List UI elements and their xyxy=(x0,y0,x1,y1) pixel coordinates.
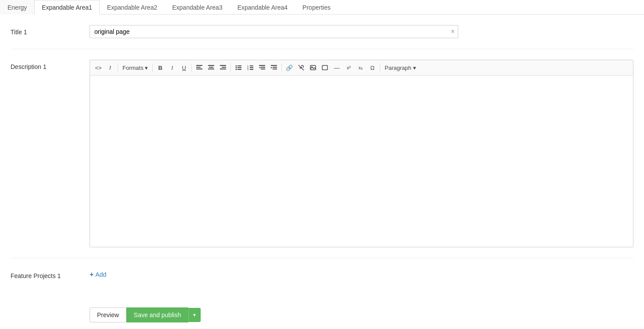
code-button[interactable]: <> xyxy=(93,62,104,73)
tab-properties[interactable]: Properties xyxy=(295,0,338,14)
svg-rect-22 xyxy=(261,67,265,68)
rich-text-editor: <> I Formats ▾ B I U xyxy=(90,60,633,247)
content-area: Title 1 × Description 1 <> I Formats ▾ xyxy=(0,14,644,329)
feature-projects-field: + Add xyxy=(90,269,633,278)
svg-rect-0 xyxy=(196,65,202,66)
special-chars-button[interactable]: Ω xyxy=(367,62,378,73)
tab-expandable-area1[interactable]: Expandable Area1 xyxy=(34,0,99,14)
svg-rect-6 xyxy=(220,65,226,66)
svg-marker-24 xyxy=(259,67,260,69)
superscript-button[interactable]: x² xyxy=(343,62,354,73)
description1-row: Description 1 <> I Formats ▾ B I xyxy=(11,60,633,258)
preview-button[interactable]: Preview xyxy=(90,307,126,322)
align-center-button[interactable] xyxy=(205,62,217,73)
ol-button[interactable]: 1.2.3. xyxy=(245,62,256,73)
svg-rect-7 xyxy=(222,67,226,68)
svg-rect-20 xyxy=(250,69,253,70)
editor-toolbar: <> I Formats ▾ B I U xyxy=(90,60,633,76)
svg-point-13 xyxy=(236,69,237,70)
svg-rect-26 xyxy=(273,67,277,68)
svg-rect-25 xyxy=(271,65,277,66)
description1-label: Description 1 xyxy=(11,60,90,70)
plus-icon: + xyxy=(90,271,94,278)
outdent-button[interactable] xyxy=(256,62,268,73)
svg-rect-32 xyxy=(322,65,327,70)
italic-i-button[interactable]: I xyxy=(104,62,116,73)
save-publish-caret-button[interactable]: ▾ xyxy=(188,308,201,322)
svg-rect-8 xyxy=(220,69,226,69)
title1-input-wrap: × xyxy=(90,25,458,38)
description1-field: <> I Formats ▾ B I U xyxy=(90,60,633,247)
svg-rect-18 xyxy=(250,67,253,68)
media-button[interactable] xyxy=(319,62,331,73)
svg-rect-5 xyxy=(208,69,214,69)
tab-expandable-area4[interactable]: Expandable Area4 xyxy=(230,0,295,14)
sep5 xyxy=(281,63,282,72)
title1-row: Title 1 × xyxy=(11,25,633,49)
sep1 xyxy=(118,63,118,72)
svg-rect-23 xyxy=(261,69,265,69)
tab-expandable-area3[interactable]: Expandable Area3 xyxy=(165,0,230,14)
svg-rect-3 xyxy=(208,65,214,66)
image-button[interactable] xyxy=(307,62,319,73)
hr-button[interactable]: — xyxy=(331,62,342,73)
indent-button[interactable] xyxy=(268,62,280,73)
svg-point-9 xyxy=(236,65,237,67)
align-left-button[interactable] xyxy=(194,62,205,73)
italic-button[interactable]: I xyxy=(166,62,178,73)
svg-point-11 xyxy=(236,67,237,69)
svg-rect-21 xyxy=(259,65,265,66)
sep6 xyxy=(380,63,380,72)
title1-label: Title 1 xyxy=(11,25,90,36)
ul-button[interactable] xyxy=(233,62,244,73)
svg-rect-4 xyxy=(209,67,213,68)
svg-rect-10 xyxy=(237,65,241,66)
add-label: Add xyxy=(95,271,106,278)
add-link[interactable]: + Add xyxy=(90,269,106,278)
formats-button[interactable]: Formats ▾ xyxy=(120,62,151,73)
feature-projects-label: Feature Projects 1 xyxy=(11,269,90,279)
unlink-button[interactable] xyxy=(295,62,307,73)
paragraph-button[interactable]: Paragraph ▾ xyxy=(382,62,418,73)
align-right-button[interactable] xyxy=(217,62,229,73)
tab-energy[interactable]: Energy xyxy=(0,0,34,14)
underline-button[interactable]: U xyxy=(178,62,190,73)
title1-field: × xyxy=(90,25,633,38)
sep2 xyxy=(152,63,153,72)
bold-button[interactable]: B xyxy=(155,62,166,73)
svg-rect-14 xyxy=(237,69,241,70)
title1-clear-button[interactable]: × xyxy=(451,28,455,35)
svg-rect-2 xyxy=(196,69,202,69)
sep4 xyxy=(230,63,231,72)
tabs-bar: Energy Expandable Area1 Expandable Area2… xyxy=(0,0,644,14)
svg-rect-12 xyxy=(237,67,241,68)
footer-buttons: Preview Save and publish ▾ xyxy=(11,300,633,322)
svg-text:3.: 3. xyxy=(247,68,249,71)
tab-expandable-area2[interactable]: Expandable Area2 xyxy=(100,0,165,14)
save-publish-button[interactable]: Save and publish xyxy=(126,307,188,322)
description1-editor-body[interactable] xyxy=(90,76,633,247)
feature-projects-row: Feature Projects 1 + Add xyxy=(11,269,633,290)
svg-rect-16 xyxy=(250,65,253,66)
link-button[interactable]: 🔗 xyxy=(284,62,295,73)
title1-input[interactable] xyxy=(90,25,458,38)
sep3 xyxy=(191,63,192,72)
subscript-button[interactable]: x₂ xyxy=(355,62,366,73)
svg-rect-1 xyxy=(196,67,201,68)
svg-rect-27 xyxy=(273,69,277,69)
svg-marker-28 xyxy=(271,67,272,69)
